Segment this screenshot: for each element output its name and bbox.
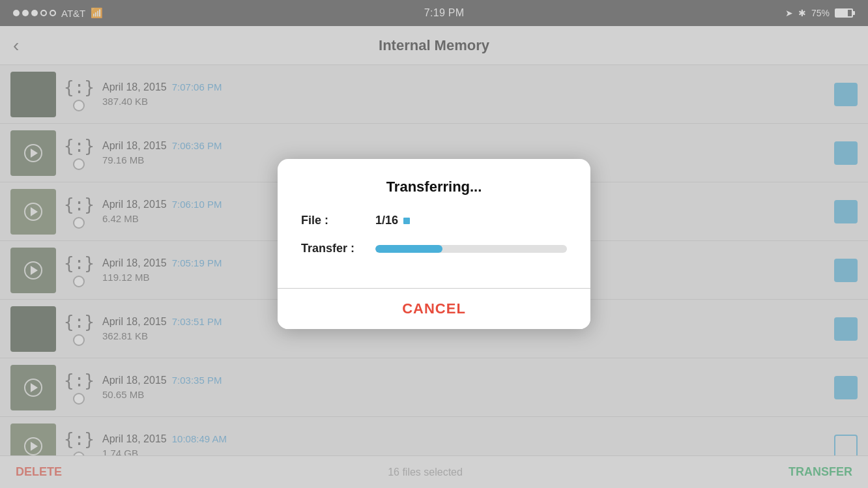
cancel-button[interactable]: CANCEL xyxy=(278,289,590,329)
modal-overlay: Transferring... File : 1/16 Transfer : C… xyxy=(0,0,868,488)
file-progress-text: 1/16 xyxy=(375,214,398,227)
dialog-body: Transferring... File : 1/16 Transfer : xyxy=(278,159,590,288)
transfer-label: Transfer : xyxy=(301,242,366,255)
file-indicator: 1/16 xyxy=(375,214,410,227)
dialog-title: Transferring... xyxy=(301,179,567,195)
transfer-dialog: Transferring... File : 1/16 Transfer : C… xyxy=(278,159,590,329)
file-dot xyxy=(403,218,410,224)
transfer-progress-row: Transfer : xyxy=(301,242,567,255)
progress-bar xyxy=(375,245,567,253)
progress-bar-fill xyxy=(375,245,442,253)
file-label: File : xyxy=(301,214,366,227)
file-progress-row: File : 1/16 xyxy=(301,214,567,227)
